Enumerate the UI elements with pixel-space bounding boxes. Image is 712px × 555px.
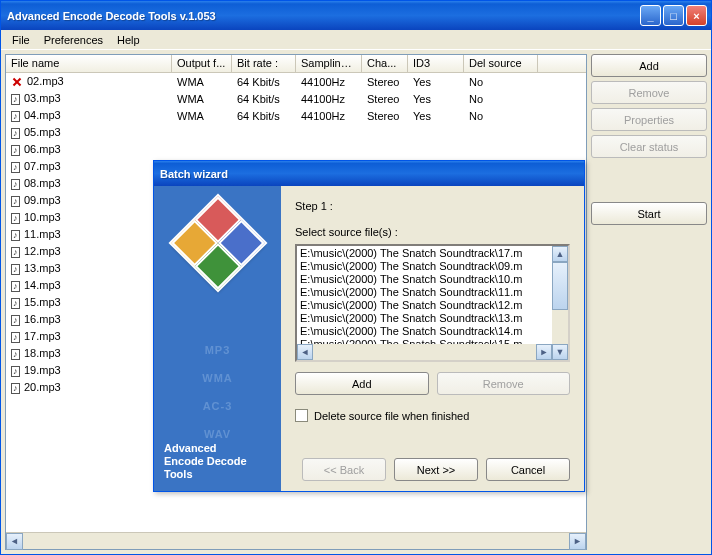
wizard-next-button[interactable]: Next >> <box>394 458 478 481</box>
cell-filename: 09.mp3 <box>24 194 61 206</box>
cell-channels <box>362 132 408 134</box>
wizard-title: Batch wizard <box>160 168 580 180</box>
audio-file-icon <box>11 281 20 292</box>
header-output[interactable]: Output f... <box>172 55 232 72</box>
scroll-left-button[interactable]: ◄ <box>6 533 23 550</box>
delete-source-label: Delete source file when finished <box>314 410 469 422</box>
cell-filename: 17.mp3 <box>24 330 61 342</box>
remove-button: Remove <box>591 81 707 104</box>
source-files-listbox[interactable]: E:\music\(2000) The Snatch Soundtrack\17… <box>295 244 570 362</box>
wizard-product-name: Advanced Encode Decode Tools <box>164 442 271 481</box>
menubar: File Preferences Help <box>1 30 711 50</box>
cell-filename: 15.mp3 <box>24 296 61 308</box>
table-row[interactable]: 03.mp3WMA64 Kbit/s44100HzStereoYesNo <box>6 90 586 107</box>
cell-output: WMA <box>172 75 232 89</box>
cell-filename: 06.mp3 <box>24 143 61 155</box>
header-channels[interactable]: Cha... <box>362 55 408 72</box>
audio-file-icon <box>11 383 20 394</box>
maximize-button[interactable]: □ <box>663 5 684 26</box>
cell-channels: Stereo <box>362 92 408 106</box>
wizard-titlebar[interactable]: Batch wizard <box>154 161 584 186</box>
cell-sampling: 44100Hz <box>296 109 362 123</box>
wizard-main-panel: Step 1 : Select source file(s) : E:\musi… <box>281 186 584 491</box>
header-sampling[interactable]: Sampling... <box>296 55 362 72</box>
properties-button: Properties <box>591 108 707 131</box>
wizard-add-button[interactable]: Add <box>295 372 429 395</box>
list-item[interactable]: E:\music\(2000) The Snatch Soundtrack\13… <box>297 312 552 325</box>
list-item[interactable]: E:\music\(2000) The Snatch Soundtrack\12… <box>297 299 552 312</box>
start-button[interactable]: Start <box>591 202 707 225</box>
cell-filename: 04.mp3 <box>24 109 61 121</box>
header-filename[interactable]: File name <box>6 55 172 72</box>
clear-status-button: Clear status <box>591 135 707 158</box>
add-button[interactable]: Add <box>591 54 707 77</box>
listbox-scroll-thumb[interactable] <box>552 262 568 310</box>
wizard-select-label: Select source file(s) : <box>295 226 570 238</box>
cell-channels: Stereo <box>362 109 408 123</box>
audio-file-icon <box>11 94 20 105</box>
cell-delsource: No <box>464 109 538 123</box>
cell-bitrate: 64 Kbit/s <box>232 75 296 89</box>
close-icon: × <box>693 10 699 22</box>
error-icon <box>11 76 23 88</box>
delete-source-checkbox[interactable] <box>295 409 308 422</box>
audio-file-icon <box>11 128 20 139</box>
cell-filename: 20.mp3 <box>24 381 61 393</box>
table-row[interactable]: 02.mp3WMA64 Kbit/s44100HzStereoYesNo <box>6 73 586 90</box>
menu-preferences[interactable]: Preferences <box>37 32 110 48</box>
titlebar[interactable]: Advanced Encode Decode Tools v.1.053 _ □… <box>1 1 711 30</box>
cell-sampling <box>296 149 362 151</box>
header-id3[interactable]: ID3 <box>408 55 464 72</box>
list-item[interactable]: E:\music\(2000) The Snatch Soundtrack\11… <box>297 286 552 299</box>
listbox-scroll-down[interactable]: ▼ <box>552 344 568 360</box>
menu-help[interactable]: Help <box>110 32 147 48</box>
cell-delsource <box>464 149 538 151</box>
audio-file-icon <box>11 349 20 360</box>
cell-output: WMA <box>172 109 232 123</box>
audio-file-icon <box>11 264 20 275</box>
cell-delsource: No <box>464 75 538 89</box>
cell-bitrate: 64 Kbit/s <box>232 109 296 123</box>
cell-delsource: No <box>464 92 538 106</box>
cell-bitrate <box>232 132 296 134</box>
wizard-step-label: Step 1 : <box>295 200 570 212</box>
cell-filename: 18.mp3 <box>24 347 61 359</box>
cell-filename: 05.mp3 <box>24 126 61 138</box>
cell-id3: Yes <box>408 75 464 89</box>
menu-file[interactable]: File <box>5 32 37 48</box>
audio-file-icon <box>11 111 20 122</box>
list-item[interactable]: E:\music\(2000) The Snatch Soundtrack\17… <box>297 247 552 260</box>
scroll-right-button[interactable]: ► <box>569 533 586 550</box>
audio-file-icon <box>11 315 20 326</box>
cell-filename: 11.mp3 <box>24 228 61 240</box>
cell-filename: 14.mp3 <box>24 279 61 291</box>
list-item[interactable]: E:\music\(2000) The Snatch Soundtrack\09… <box>297 260 552 273</box>
cell-bitrate <box>232 149 296 151</box>
audio-file-icon <box>11 298 20 309</box>
table-row[interactable]: 04.mp3WMA64 Kbit/s44100HzStereoYesNo <box>6 107 586 124</box>
wizard-remove-button: Remove <box>437 372 571 395</box>
batch-wizard-dialog: Batch wizard MP3 WMA AC-3 WAV Advanced <box>153 160 585 492</box>
listbox-scroll-left[interactable]: ◄ <box>297 344 313 360</box>
table-row[interactable]: 06.mp3 <box>6 141 586 158</box>
header-bitrate[interactable]: Bit rate : <box>232 55 296 72</box>
minimize-button[interactable]: _ <box>640 5 661 26</box>
listbox-hscroll[interactable]: ◄ ► <box>297 344 552 360</box>
listbox-vscroll[interactable]: ▲ ▼ <box>552 246 568 360</box>
cell-output: WMA <box>172 92 232 106</box>
maximize-icon: □ <box>670 10 677 22</box>
list-item[interactable]: E:\music\(2000) The Snatch Soundtrack\14… <box>297 325 552 338</box>
audio-file-icon <box>11 179 20 190</box>
table-row[interactable]: 05.mp3 <box>6 124 586 141</box>
horizontal-scrollbar[interactable]: ◄ ► <box>6 532 586 549</box>
minimize-icon: _ <box>647 10 653 22</box>
close-button[interactable]: × <box>686 5 707 26</box>
header-delsource[interactable]: Del source <box>464 55 538 72</box>
cell-sampling <box>296 132 362 134</box>
cell-filename: 13.mp3 <box>24 262 61 274</box>
listbox-scroll-up[interactable]: ▲ <box>552 246 568 262</box>
wizard-cancel-button[interactable]: Cancel <box>486 458 570 481</box>
list-item[interactable]: E:\music\(2000) The Snatch Soundtrack\10… <box>297 273 552 286</box>
listbox-scroll-right[interactable]: ► <box>536 344 552 360</box>
cell-sampling: 44100Hz <box>296 75 362 89</box>
